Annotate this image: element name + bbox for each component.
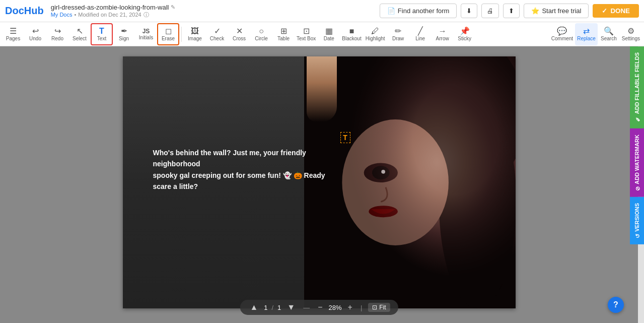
toolbar-divider-1: [181, 27, 182, 42]
tool-check[interactable]: ✓ Check: [206, 23, 228, 45]
zoom-in-button[interactable]: +: [346, 303, 354, 312]
print-button[interactable]: 🖨: [481, 4, 499, 18]
arrow-icon: →: [439, 27, 447, 35]
watermark-label: ADD WATERMARK: [634, 135, 640, 184]
tool-initials[interactable]: JS Initials: [135, 23, 157, 45]
find-another-button[interactable]: 📄 Find another form: [380, 4, 457, 18]
versions-tab[interactable]: ↺ VERSIONS: [630, 197, 644, 244]
pages-icon: ☰: [10, 27, 17, 35]
erase-label: Erase: [162, 36, 175, 41]
tool-blackout[interactable]: ■ Blackout: [340, 23, 363, 45]
info-icon[interactable]: ⓘ: [144, 11, 149, 19]
tool-settings[interactable]: ⚙ Settings: [620, 23, 642, 45]
toolbar: ☰ Pages ↩ Undo ↪ Redo ↖ Select T Text ✒ …: [0, 22, 644, 46]
settings-label: Settings: [622, 36, 640, 41]
my-docs-link[interactable]: My Docs: [51, 12, 73, 18]
page-current: 1: [264, 304, 267, 311]
cross-icon: ✕: [236, 27, 243, 35]
page-text-block: Who's behind the wall? Just me, your fri…: [153, 147, 329, 192]
tool-image[interactable]: 🖼 Image: [184, 23, 206, 45]
tool-redo[interactable]: ↪ Redo: [46, 23, 68, 45]
draw-icon: ✏: [395, 27, 401, 35]
tool-highlight[interactable]: 🖊 Highlight: [364, 23, 387, 45]
page-text-line2: spooky gal creeping out for some fun! 👻 …: [153, 170, 329, 192]
tool-textbox[interactable]: ⊡ Text Box: [295, 23, 318, 45]
bb-sep-1: —: [303, 304, 310, 311]
page-text-line1: Who's behind the wall? Just me, your fri…: [153, 147, 329, 170]
zoom-out-button[interactable]: −: [316, 303, 324, 312]
page-down-button[interactable]: ▼: [285, 303, 297, 312]
tool-comment[interactable]: 💬 Comment: [549, 23, 575, 45]
highlight-icon: 🖊: [371, 27, 379, 35]
tool-erase[interactable]: ◻ Erase: [157, 23, 179, 45]
page-separator: /: [271, 304, 273, 311]
doc-title: girl-dressed-as-zombie-looking-from-wall…: [51, 4, 176, 11]
fillable-label: ADD FILLABLE FIELDS: [634, 52, 640, 114]
tool-table[interactable]: ⊞ Table: [272, 23, 295, 45]
table-label: Table: [277, 36, 290, 41]
tool-arrow[interactable]: → Arrow: [432, 23, 454, 45]
tool-date[interactable]: ▦ Date: [318, 23, 340, 45]
highlight-label: Highlight: [366, 36, 385, 41]
comment-label: Comment: [551, 36, 573, 41]
select-label: Select: [73, 36, 87, 41]
arrow-label: Arrow: [436, 36, 449, 41]
fillable-fields-tab[interactable]: ✎ ADD FILLABLE FIELDS: [630, 46, 644, 128]
done-button[interactable]: ✓ DONE: [593, 4, 639, 18]
tool-cross[interactable]: ✕ Cross: [228, 23, 250, 45]
textbox-label: Text Box: [297, 36, 316, 41]
tool-draw[interactable]: ✏ Draw: [387, 23, 409, 45]
logo-hub: Hub: [24, 5, 44, 16]
share-button[interactable]: ⬆: [503, 4, 520, 18]
versions-label: VERSIONS: [634, 203, 640, 232]
tool-undo[interactable]: ↩ Undo: [24, 23, 46, 45]
image-icon: 🖼: [191, 27, 199, 35]
bb-sep-2: |: [361, 304, 362, 311]
find-another-label: Find another form: [398, 7, 450, 15]
text-label: Text: [97, 36, 106, 41]
page-up-button[interactable]: ▲: [248, 303, 260, 312]
download-icon: ⬇: [466, 7, 472, 15]
sign-label: Sign: [119, 36, 129, 41]
search-icon: 🔍: [604, 27, 614, 35]
tool-sign[interactable]: ✒ Sign: [113, 23, 135, 45]
svg-point-1: [439, 95, 515, 308]
tool-search[interactable]: 🔍 Search: [598, 23, 620, 45]
bottom-bar: ▲ 1 / 1 ▼ — − 28% + | ⊡ Fit: [240, 300, 398, 315]
tool-circle[interactable]: ○ Circle: [250, 23, 272, 45]
draw-label: Draw: [392, 36, 404, 41]
undo-label: Undo: [29, 36, 41, 41]
check-label: Check: [210, 36, 224, 41]
tool-line[interactable]: ╱ Line: [409, 23, 432, 45]
share-icon: ⬆: [509, 7, 514, 15]
hand-element: [307, 56, 337, 122]
start-trial-button[interactable]: ⭐ Start free trial: [524, 4, 589, 18]
fit-button[interactable]: ⊡ Fit: [368, 303, 390, 312]
blackout-icon: ■: [349, 27, 354, 35]
document-page: Who's behind the wall? Just me, your fri…: [123, 56, 516, 308]
watermark-tab[interactable]: ⊘ ADD WATERMARK: [630, 128, 644, 197]
versions-icon: ↺: [634, 234, 640, 238]
redo-icon: ↪: [54, 27, 61, 35]
undo-icon: ↩: [32, 27, 39, 35]
trial-label: Start free trial: [542, 7, 581, 15]
tool-sticky[interactable]: 📌 Sticky: [454, 23, 476, 45]
fit-icon: ⊡: [372, 304, 377, 311]
svg-point-2: [342, 119, 449, 245]
main-area: Who's behind the wall? Just me, your fri…: [0, 46, 644, 323]
tool-replace[interactable]: ⇄ Replace: [575, 23, 598, 45]
tool-text[interactable]: T Text: [91, 23, 113, 45]
tool-pages[interactable]: ☰ Pages: [2, 23, 24, 45]
done-check-icon: ✓: [602, 7, 607, 15]
image-label: Image: [188, 36, 202, 41]
download-button[interactable]: ⬇: [461, 4, 477, 18]
doc-title-edit-icon[interactable]: ✎: [171, 4, 175, 11]
canvas-area[interactable]: Who's behind the wall? Just me, your fri…: [0, 46, 638, 323]
sticky-label: Sticky: [458, 36, 471, 41]
check-icon: ✓: [214, 27, 221, 35]
tool-select[interactable]: ↖ Select: [68, 23, 91, 45]
sticky-icon: 📌: [460, 27, 470, 35]
trial-icon: ⭐: [531, 7, 539, 15]
help-button[interactable]: ?: [608, 297, 624, 313]
table-icon: ⊞: [280, 27, 287, 35]
